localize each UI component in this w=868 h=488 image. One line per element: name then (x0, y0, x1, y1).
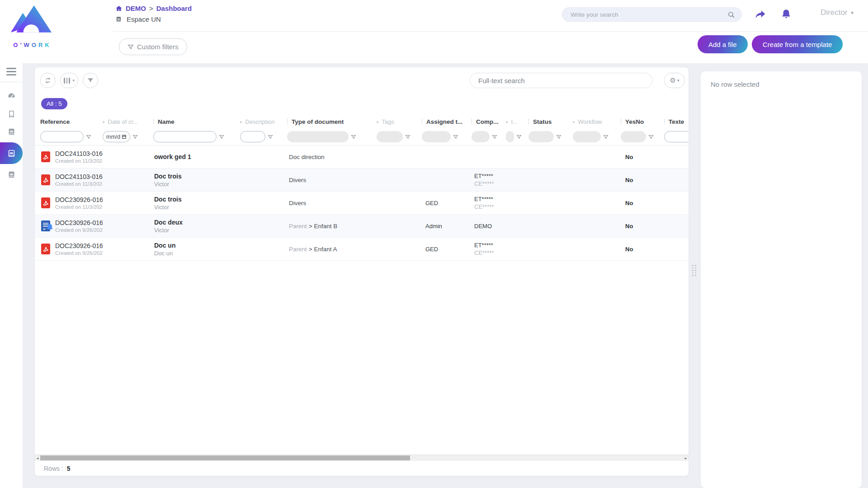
breadcrumb-home-link[interactable]: DEMO (126, 5, 146, 12)
company-filter-select[interactable] (472, 131, 490, 142)
funnel-icon[interactable] (453, 134, 458, 140)
filter-status (528, 131, 573, 142)
column-header-type[interactable]: Type of document (287, 118, 377, 125)
share-button[interactable] (754, 8, 767, 23)
sidebar-item-library[interactable] (0, 127, 23, 136)
funnel-icon[interactable] (556, 134, 561, 140)
pdf-file-icon (41, 174, 51, 185)
column-header-company[interactable]: Comp... (472, 118, 506, 125)
panel-resize-handle[interactable] (692, 265, 696, 276)
table-settings-button[interactable]: ⚙ ▾ (664, 73, 685, 88)
filter-button[interactable] (83, 73, 98, 88)
sidebar-item-documents-active[interactable] (0, 142, 23, 164)
funnel-icon[interactable] (351, 134, 356, 140)
funnel-icon[interactable] (492, 134, 497, 140)
word-document-icon: w (41, 221, 51, 231)
scroll-right-arrow[interactable]: ▸ (683, 455, 689, 460)
name-filter-input[interactable] (153, 131, 217, 142)
sidebar-item-dashboard[interactable] (0, 92, 23, 101)
table-row[interactable]: DOC241103-01635-0 Created on 11/3/2024 1… (35, 145, 689, 169)
space-label: Espace UN (127, 15, 161, 23)
funnel-icon[interactable] (516, 134, 522, 140)
filter-i (506, 131, 528, 142)
add-file-button[interactable]: Add a file (698, 35, 748, 53)
global-search-input[interactable] (571, 11, 727, 18)
scrollbar-thumb[interactable] (40, 455, 410, 460)
sidebar-item-archive[interactable] (0, 170, 23, 179)
calendar-icon (122, 134, 127, 139)
funnel-icon[interactable] (648, 134, 654, 140)
yesno-filter-select[interactable] (621, 131, 646, 142)
assigned-filter-select[interactable] (422, 131, 451, 142)
search-icon[interactable] (727, 11, 735, 19)
workflow-filter-select[interactable] (573, 131, 601, 142)
funnel-icon[interactable] (86, 134, 91, 140)
user-menu[interactable]: Director ▾ (821, 8, 854, 17)
scroll-left-arrow[interactable]: ◂ (35, 455, 40, 460)
no-selection-message: No row selected (711, 80, 852, 88)
fulltext-search-input[interactable] (470, 73, 652, 88)
column-header-tags[interactable]: Tags (377, 118, 422, 125)
table-row[interactable]: w DOC230926-01609-0 Created on 9/26/2023… (35, 215, 689, 238)
column-header-date[interactable]: Date of cr... (103, 118, 153, 125)
all-rows-badge[interactable]: All : 5 (41, 98, 67, 109)
custom-filters-button[interactable]: Custom filters (119, 38, 187, 55)
pdf-file-icon (41, 197, 51, 208)
reference-filter-input[interactable] (40, 131, 84, 142)
horizontal-scrollbar[interactable]: ◂ ▸ (35, 455, 689, 461)
column-header-i[interactable]: I... (506, 118, 528, 125)
filter-tags (377, 131, 422, 142)
type-filter-select[interactable] (287, 131, 349, 142)
global-search (562, 7, 742, 22)
filter-assigned (422, 131, 472, 142)
home-icon[interactable] (115, 5, 123, 12)
notifications-button[interactable] (780, 8, 792, 22)
funnel-icon[interactable] (603, 134, 609, 140)
action-bar: Custom filters Add a file Create from a … (0, 32, 868, 63)
rows-label: Rows : (44, 465, 63, 472)
app-logo[interactable]: O ' W O R K (6, 4, 56, 48)
book-icon (7, 127, 16, 136)
create-from-template-button[interactable]: Create from a template (752, 35, 843, 53)
description-filter-input[interactable] (240, 131, 265, 142)
column-header-name[interactable]: Name (153, 118, 240, 125)
sidebar-item-bookmarks[interactable] (0, 110, 23, 118)
filter-texte (664, 131, 689, 142)
column-header-description[interactable]: Description (240, 118, 287, 125)
refresh-icon (44, 77, 52, 84)
status-filter-select[interactable] (528, 131, 554, 142)
filter-yesno (621, 131, 664, 142)
column-header-status[interactable]: Status (528, 118, 573, 125)
refresh-button[interactable] (40, 73, 56, 88)
funnel-icon[interactable] (268, 134, 273, 140)
i-filter-select[interactable] (506, 131, 514, 142)
column-header-reference[interactable]: Reference (35, 118, 103, 125)
detail-panel: No row selected (701, 71, 862, 488)
breadcrumb-current[interactable]: Dashboard (156, 5, 192, 12)
menu-toggle-icon[interactable] (6, 68, 16, 75)
columns-icon (64, 78, 70, 84)
tags-filter-select[interactable] (377, 131, 403, 142)
table-row[interactable]: DOC230926-01608-0 Created on 9/26/2023 3… (35, 238, 689, 261)
top-bar: O ' W O R K DEMO > Dashboard Espace UN (0, 0, 868, 32)
column-header-texte[interactable]: Texte (664, 118, 689, 125)
table-row[interactable]: DOC230926-01610-3 Created on 11/3/2024 1… (35, 192, 689, 215)
rows-count: 5 (67, 465, 71, 472)
filter-workflow (573, 131, 621, 142)
table-row[interactable]: DOC241103-01627-0 Created on 11/3/2024 1… (35, 169, 689, 192)
gear-icon: ⚙ (670, 76, 676, 84)
user-role-label: Director (821, 8, 848, 17)
column-header-assigned[interactable]: Assigned t... (422, 118, 472, 125)
book-icon (7, 170, 16, 179)
date-filter-input[interactable]: mm/d (103, 131, 130, 142)
column-header-yesno[interactable]: YesNo (621, 118, 664, 125)
bell-icon (780, 8, 792, 20)
documents-table-card: ▾ ⚙ ▾ All : 5 Reference Date of cr... Na… (34, 67, 689, 476)
column-header-workflow[interactable]: Workflow (573, 118, 621, 125)
funnel-icon[interactable] (405, 134, 410, 140)
columns-button[interactable]: ▾ (60, 73, 78, 88)
funnel-icon[interactable] (219, 134, 224, 140)
texte-filter-input[interactable] (664, 131, 689, 142)
table-filter-row: mm/d (35, 128, 689, 145)
funnel-icon[interactable] (132, 134, 138, 140)
